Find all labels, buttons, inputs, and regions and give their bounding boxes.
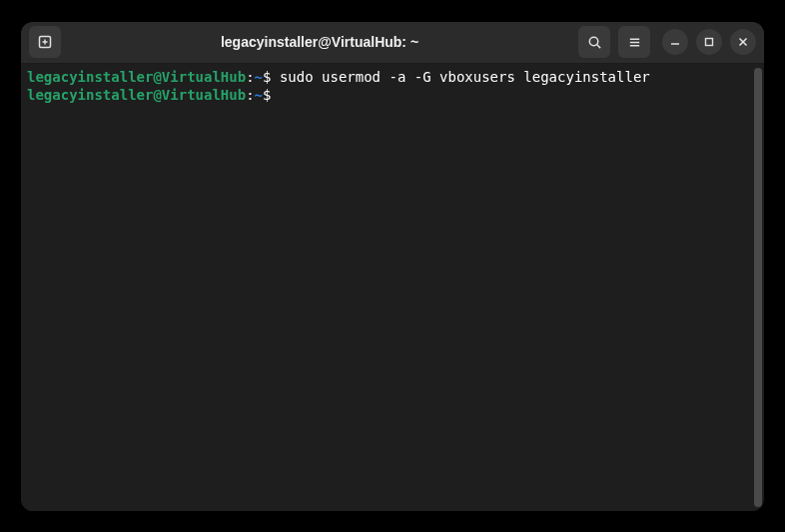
prompt-user-host: legacyinstaller@VirtualHub [27, 69, 246, 85]
search-icon [587, 35, 602, 50]
toolbar-buttons [578, 26, 650, 58]
search-button[interactable] [578, 26, 610, 58]
prompt-dollar: $ [263, 87, 280, 103]
terminal-window: legacyinstaller@VirtualHub: ~ [21, 22, 764, 511]
svg-line-4 [596, 44, 599, 47]
titlebar-left [29, 26, 61, 58]
svg-point-3 [589, 37, 597, 45]
svg-rect-9 [706, 39, 713, 46]
prompt-colon: : [246, 87, 254, 103]
window-title: legacyinstaller@VirtualHub: ~ [67, 34, 572, 50]
new-tab-icon [37, 34, 53, 50]
titlebar: legacyinstaller@VirtualHub: ~ [21, 22, 764, 64]
terminal-line: legacyinstaller@VirtualHub:~$ [27, 86, 758, 104]
minimize-button[interactable] [662, 29, 688, 55]
close-button[interactable] [730, 29, 756, 55]
command-text: sudo usermod -a -G vboxusers legacyinsta… [280, 69, 650, 85]
maximize-icon [704, 37, 714, 47]
prompt-colon: : [246, 69, 254, 85]
minimize-icon [670, 37, 680, 47]
prompt-user-host: legacyinstaller@VirtualHub [27, 87, 246, 103]
terminal-line: legacyinstaller@VirtualHub:~$ sudo userm… [27, 68, 758, 86]
scrollbar[interactable] [754, 68, 762, 507]
maximize-button[interactable] [696, 29, 722, 55]
prompt-dollar: $ [263, 69, 280, 85]
new-tab-button[interactable] [29, 26, 61, 58]
prompt-path: ~ [255, 69, 263, 85]
close-icon [738, 37, 748, 47]
prompt-path: ~ [255, 87, 263, 103]
window-controls [662, 29, 756, 55]
terminal-body[interactable]: legacyinstaller@VirtualHub:~$ sudo userm… [21, 64, 764, 511]
menu-button[interactable] [618, 26, 650, 58]
hamburger-icon [627, 35, 642, 50]
titlebar-right [578, 26, 756, 58]
